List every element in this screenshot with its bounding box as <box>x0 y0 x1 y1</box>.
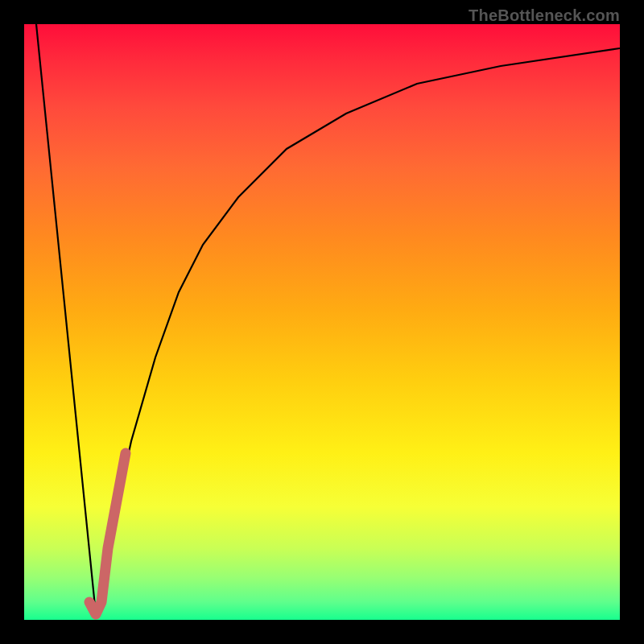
attribution-text: TheBottleneck.com <box>469 6 620 25</box>
curve-layer <box>24 24 620 620</box>
curve-left-descent <box>36 24 96 614</box>
chart-frame: TheBottleneck.com <box>0 0 644 644</box>
highlight-j <box>89 453 126 614</box>
curve-right-rise <box>96 177 266 614</box>
plot-area <box>24 24 620 620</box>
curve-right-rise-poly <box>96 48 620 614</box>
